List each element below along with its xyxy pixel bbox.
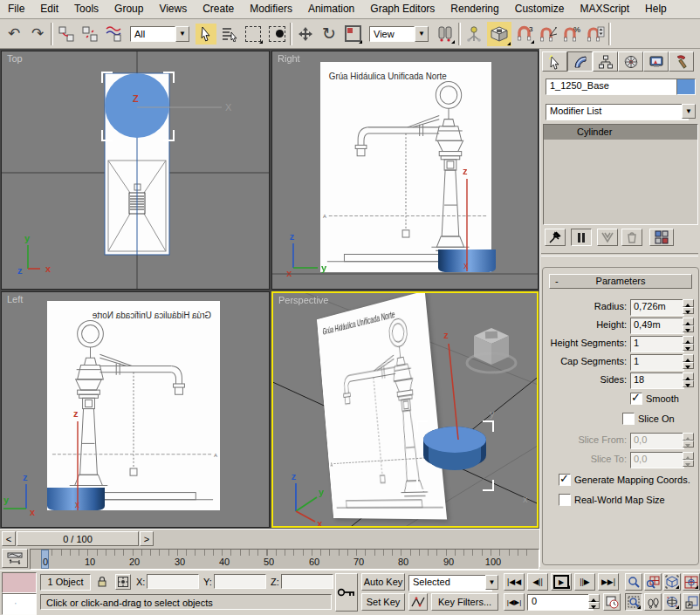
x-coord-field[interactable] bbox=[147, 574, 199, 589]
menu-file[interactable]: File bbox=[0, 0, 32, 18]
menu-maxscript[interactable]: MAXScript bbox=[572, 0, 637, 18]
cap-segments-spinner[interactable] bbox=[683, 354, 694, 369]
viewport-perspective[interactable]: Perspective y x z bbox=[271, 291, 539, 528]
object-name-field[interactable]: 1_1250_Base bbox=[546, 79, 680, 95]
absolute-offset-toggle[interactable] bbox=[115, 574, 131, 590]
viewport-right[interactable]: Right z x z y x bbox=[271, 51, 539, 290]
go-to-start-button[interactable]: |◀◀ bbox=[504, 573, 525, 591]
menu-tools[interactable]: Tools bbox=[66, 0, 106, 18]
key-filters-button[interactable]: Key Filters... bbox=[431, 593, 498, 611]
sides-field[interactable]: 18 bbox=[630, 372, 684, 389]
play-button[interactable]: ▶ bbox=[551, 573, 572, 591]
menu-group[interactable]: Group bbox=[106, 0, 151, 18]
menu-help[interactable]: Help bbox=[637, 0, 675, 18]
ref-coord-dropdown[interactable]: View ▼ bbox=[369, 25, 429, 43]
window-crossing-button[interactable] bbox=[266, 24, 287, 44]
time-configuration-button[interactable] bbox=[603, 593, 621, 611]
menu-rendering[interactable]: Rendering bbox=[443, 0, 506, 18]
z-coord-field[interactable] bbox=[281, 574, 333, 589]
next-frame-button[interactable]: ||▶ bbox=[574, 573, 595, 591]
snap-3d-button[interactable]: 3 bbox=[514, 24, 535, 44]
menu-create[interactable]: Create bbox=[195, 0, 242, 18]
select-manipulate-button[interactable] bbox=[463, 24, 484, 44]
viewport-right-label[interactable]: Right bbox=[278, 53, 300, 64]
select-rotate-button[interactable]: ↻ bbox=[319, 24, 340, 44]
height-segments-field[interactable]: 1 bbox=[630, 336, 684, 352]
track-bar-ruler[interactable]: 0 10 20 30 40 50 60 70 80 90 100 bbox=[30, 549, 539, 570]
radius-spinner[interactable] bbox=[683, 299, 694, 314]
pan-view-button[interactable] bbox=[644, 593, 662, 611]
generate-mapping-checkbox[interactable] bbox=[559, 474, 571, 486]
remove-modifier-button[interactable] bbox=[621, 229, 642, 246]
tab-display[interactable] bbox=[643, 51, 669, 72]
zoom-all-button[interactable] bbox=[644, 573, 662, 591]
auto-key-button[interactable]: Auto Key bbox=[361, 573, 405, 591]
set-keys-button[interactable] bbox=[335, 573, 358, 612]
link-button[interactable] bbox=[56, 24, 77, 44]
cylinder-object[interactable] bbox=[47, 488, 105, 510]
real-world-checkbox[interactable] bbox=[559, 494, 571, 506]
use-center-button[interactable] bbox=[435, 24, 456, 44]
configure-modifier-sets-button[interactable] bbox=[649, 229, 674, 246]
modifier-list-arrow[interactable]: ▼ bbox=[682, 104, 696, 119]
time-slider-prev-button[interactable]: < bbox=[2, 531, 16, 546]
zoom-extents-all-button[interactable] bbox=[683, 573, 700, 591]
menu-modifiers[interactable]: Modifiers bbox=[242, 0, 300, 18]
y-coord-field[interactable] bbox=[214, 574, 266, 589]
selection-filter-arrow[interactable]: ▼ bbox=[175, 26, 189, 42]
slice-on-checkbox[interactable] bbox=[622, 413, 635, 425]
select-by-name-button[interactable] bbox=[219, 24, 240, 44]
arc-rotate-button[interactable] bbox=[663, 593, 681, 611]
selection-region-button[interactable] bbox=[243, 24, 264, 44]
zoom-button[interactable] bbox=[625, 573, 642, 591]
select-move-button[interactable] bbox=[295, 24, 316, 44]
ref-coord-arrow[interactable]: ▼ bbox=[415, 26, 429, 42]
current-frame-field[interactable]: 0 bbox=[527, 594, 594, 611]
zoom-region-button[interactable] bbox=[625, 593, 642, 611]
default-tangent-button[interactable] bbox=[408, 593, 428, 611]
select-scale-button[interactable] bbox=[342, 24, 363, 44]
key-set-dropdown[interactable]: Selected bbox=[408, 575, 492, 591]
menu-edit[interactable]: Edit bbox=[32, 0, 66, 18]
menu-customize[interactable]: Customize bbox=[507, 0, 573, 18]
track-bar[interactable]: 0 10 20 30 40 50 60 70 80 90 100 bbox=[0, 548, 539, 570]
selection-lock-button[interactable] bbox=[94, 574, 110, 590]
viewport-left-label[interactable]: Left bbox=[7, 294, 23, 304]
key-mode-toggle-button[interactable]: |◀▶| bbox=[504, 593, 525, 611]
percent-snap-button[interactable]: % bbox=[561, 24, 582, 44]
maxscript-listener-pink[interactable] bbox=[2, 572, 37, 593]
zoom-extents-button[interactable] bbox=[663, 573, 681, 591]
redo-button[interactable]: ↷ bbox=[27, 24, 48, 44]
tab-motion[interactable] bbox=[618, 51, 643, 72]
modifier-list-dropdown[interactable]: Modifier List bbox=[546, 104, 689, 120]
spinner-snap-button[interactable] bbox=[585, 24, 606, 44]
parameters-rollout-header[interactable]: - Parameters bbox=[549, 274, 692, 289]
height-field[interactable]: 0,49m bbox=[630, 318, 684, 334]
unlink-button[interactable] bbox=[79, 24, 100, 44]
cylinder-object[interactable] bbox=[438, 249, 496, 272]
undo-button[interactable]: ↶ bbox=[3, 24, 24, 44]
time-slider-next-button[interactable]: > bbox=[140, 531, 154, 546]
object-color-swatch[interactable] bbox=[676, 79, 696, 95]
frame-spinner[interactable] bbox=[588, 594, 600, 609]
stack-item-cylinder[interactable]: Cylinder bbox=[544, 125, 697, 140]
bind-spacewarp-button[interactable] bbox=[103, 24, 124, 44]
modifier-stack[interactable]: Cylinder bbox=[543, 124, 698, 225]
maximize-viewport-toggle[interactable] bbox=[683, 593, 700, 611]
tab-modify[interactable] bbox=[567, 51, 593, 72]
mini-curve-editor-button[interactable] bbox=[2, 549, 28, 568]
set-key-button[interactable]: Set Key bbox=[361, 593, 405, 611]
menu-views[interactable]: Views bbox=[151, 0, 195, 18]
angle-snap-button[interactable] bbox=[538, 24, 559, 44]
key-set-dropdown-arrow[interactable]: ▼ bbox=[485, 575, 498, 590]
pin-stack-button[interactable] bbox=[545, 229, 566, 246]
go-to-end-button[interactable]: ▶▶| bbox=[598, 573, 619, 591]
viewport-perspective-label[interactable]: Perspective bbox=[278, 295, 328, 305]
tab-utilities[interactable] bbox=[669, 51, 694, 72]
menu-graph-editors[interactable]: Graph Editors bbox=[362, 0, 443, 18]
time-slider-handle[interactable]: 0 / 100 bbox=[17, 531, 139, 546]
menu-animation[interactable]: Animation bbox=[300, 0, 362, 18]
select-object-button[interactable] bbox=[196, 24, 216, 44]
smooth-checkbox[interactable] bbox=[630, 393, 642, 405]
maxscript-listener-white[interactable]: ' bbox=[2, 593, 37, 615]
